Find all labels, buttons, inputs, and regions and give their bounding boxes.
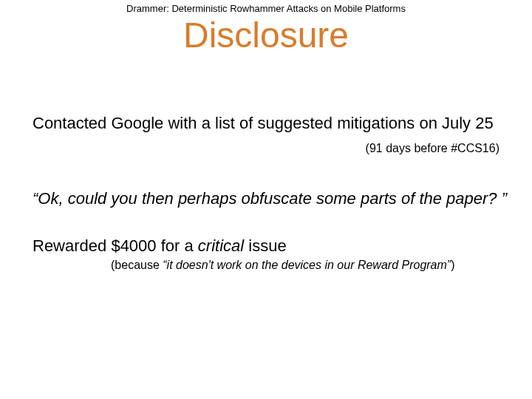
slide-title: Disclosure xyxy=(0,15,532,55)
line2-post: issue xyxy=(244,236,286,255)
note2-post: ) xyxy=(451,259,454,271)
line2-critical: critical xyxy=(198,236,244,255)
line2-pre: Rewarded $4000 for a xyxy=(33,236,198,255)
body-quote: “Ok, could you then perhaps obfuscate so… xyxy=(33,189,507,208)
note2-inner: “it doesn't work on the devices in our R… xyxy=(163,259,451,271)
body-note-2: (because “it doesn't work on the devices… xyxy=(111,259,454,272)
slide: Drammer: Deterministic Rowhammer Attacks… xyxy=(0,0,532,399)
body-note-1: (91 days before #CCS16) xyxy=(366,142,499,155)
body-line-2: Rewarded $4000 for a critical issue xyxy=(33,236,287,256)
body-line-1: Contacted Google with a list of suggeste… xyxy=(33,114,494,133)
slide-header: Drammer: Deterministic Rowhammer Attacks… xyxy=(0,3,532,14)
note2-pre: (because xyxy=(111,259,163,271)
